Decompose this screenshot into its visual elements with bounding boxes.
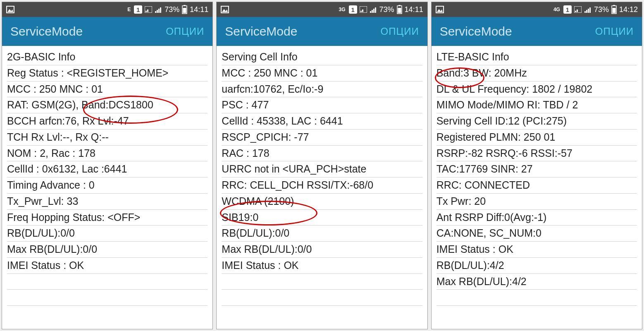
info-row: Band:3 BW: 20MHz xyxy=(436,65,637,82)
network-type: 4G xyxy=(553,7,560,12)
battery-icon xyxy=(397,5,402,14)
options-button[interactable]: ОПЦИИ xyxy=(380,26,419,37)
app-title: ServiceMode xyxy=(10,24,83,38)
info-row: Reg Status : <REGISTER_HOME> xyxy=(7,65,208,82)
clock: 14:11 xyxy=(405,5,423,14)
info-row: Max RB(DL/UL):4/2 xyxy=(436,274,637,290)
info-list: Serving Cell Info MCC : 250 MNC : 01 uar… xyxy=(217,46,427,329)
statusbar: 3G 1 73% 14:11 xyxy=(217,2,427,17)
titlebar: ServiceMode ОПЦИИ xyxy=(2,17,212,46)
info-row: BCCH arfcn:76, Rx Lvl:-47 xyxy=(7,113,208,130)
info-row: Serving Cell ID:12 (PCI:275) xyxy=(436,113,637,130)
svg-rect-35 xyxy=(612,8,615,13)
svg-rect-7 xyxy=(158,9,160,13)
info-row: MCC : 250 MNC : 01 xyxy=(222,65,422,82)
info-row: PSC : 477 xyxy=(222,97,422,113)
options-button[interactable]: ОПЦИИ xyxy=(166,26,204,37)
info-row: RAC : 178 xyxy=(222,146,422,162)
svg-rect-28 xyxy=(577,10,578,12)
info-row: RB(DL/UL):4/2 xyxy=(436,258,637,274)
clock: 14:11 xyxy=(190,5,208,14)
svg-rect-6 xyxy=(157,10,158,13)
info-row: RB(DL/UL):0/0 xyxy=(222,225,422,242)
image-icon xyxy=(6,6,14,13)
svg-rect-30 xyxy=(586,10,587,13)
battery-icon xyxy=(182,5,187,14)
info-row: Tx_Pwr_Lvl: 33 xyxy=(7,194,208,210)
battery-icon xyxy=(611,5,617,14)
svg-rect-20 xyxy=(375,7,376,13)
sim-indicator: 1 xyxy=(349,5,357,14)
info-list: LTE-BASIC Info Band:3 BW: 20MHz DL & UL … xyxy=(432,46,642,329)
signal-icon-2 xyxy=(370,6,377,13)
svg-rect-32 xyxy=(589,7,591,13)
svg-rect-17 xyxy=(370,11,371,13)
info-row: 2G-BASIC Info xyxy=(7,49,208,65)
info-list: 2G-BASIC Info Reg Status : <REGISTER_HOM… xyxy=(2,46,212,329)
info-row: IMEI Status : OK xyxy=(436,242,637,258)
statusbar: 4G 1 73% 14:12 xyxy=(432,2,642,17)
svg-rect-27 xyxy=(575,11,576,12)
info-row xyxy=(222,290,422,306)
battery-percent: 73% xyxy=(379,5,394,14)
svg-rect-18 xyxy=(372,10,373,13)
info-row: uarfcn:10762, Ec/Io:-9 xyxy=(222,82,422,98)
signal-icon-2 xyxy=(584,6,592,13)
info-row: MCC : 250 MNC : 01 xyxy=(7,82,208,98)
battery-percent: 73% xyxy=(594,5,609,14)
svg-rect-3 xyxy=(145,11,147,12)
titlebar: ServiceMode ОПЦИИ xyxy=(217,17,427,46)
info-row: TAC:17769 SINR: 27 xyxy=(436,161,637,177)
svg-rect-5 xyxy=(155,11,156,13)
info-row: RRC: CONNECTED xyxy=(436,177,637,194)
statusbar: E 1 73% 14:11 xyxy=(2,2,212,17)
screen-4g: 4G 1 73% 14:12 ServiceMode ОПЦИИ LTE-BAS… xyxy=(431,2,642,329)
info-row xyxy=(7,290,208,306)
battery-percent: 73% xyxy=(165,5,179,14)
svg-rect-31 xyxy=(588,9,589,13)
info-row: TCH Rx Lvl:--, Rx Q:-- xyxy=(7,130,208,146)
info-row: LTE-BASIC Info xyxy=(436,49,637,65)
screen-2g: E 1 73% 14:11 ServiceMode ОПЦИИ 2G-BASIC… xyxy=(2,2,213,329)
info-row: URRC not in <URA_PCH>state xyxy=(222,161,422,177)
svg-rect-15 xyxy=(360,11,362,12)
info-row xyxy=(222,274,422,290)
signal-icon-1 xyxy=(574,6,582,13)
svg-rect-23 xyxy=(398,8,401,13)
info-row: RSCP_CPICH: -77 xyxy=(222,130,422,146)
network-type: E xyxy=(127,7,131,12)
info-row: NOM : 2, Rac : 178 xyxy=(7,146,208,162)
info-row: DL & UL Frequency: 1802 / 19802 xyxy=(436,82,637,98)
info-row: Ant RSRP Diff:0(Avg:-1) xyxy=(436,210,637,226)
info-row: CellId : 45338, LAC : 6441 xyxy=(222,113,422,130)
info-row xyxy=(436,290,637,306)
network-type: 3G xyxy=(339,7,346,12)
info-row xyxy=(7,274,208,290)
info-row: Freq Hopping Status: <OFF> xyxy=(7,210,208,226)
svg-marker-13 xyxy=(222,9,228,12)
svg-marker-25 xyxy=(437,9,443,12)
sim-indicator: 1 xyxy=(134,5,142,14)
info-row: RRC: CELL_DCH RSSI/TX:-68/0 xyxy=(222,177,422,194)
sim-indicator: 1 xyxy=(563,5,572,14)
options-button[interactable]: ОПЦИИ xyxy=(595,26,634,37)
svg-rect-19 xyxy=(373,9,374,13)
signal-icon-1 xyxy=(360,6,367,13)
titlebar: ServiceMode ОПЦИИ xyxy=(432,17,642,46)
svg-rect-8 xyxy=(160,7,161,13)
info-row: Serving Cell Info xyxy=(222,49,422,65)
image-icon xyxy=(436,6,444,13)
app-title: ServiceMode xyxy=(440,24,512,38)
info-row: RB(DL/UL):0/0 xyxy=(7,225,208,242)
info-row: RSRP:-82 RSRQ:-6 RSSI:-57 xyxy=(436,146,637,162)
svg-rect-4 xyxy=(147,10,148,12)
svg-rect-11 xyxy=(183,8,186,13)
app-title: ServiceMode xyxy=(225,24,297,38)
info-row: Registered PLMN: 250 01 xyxy=(436,130,637,146)
info-row: WCDMA (2100) xyxy=(222,194,422,210)
info-row: SIB19:0 xyxy=(222,210,422,226)
info-row: Tx Pwr: 20 xyxy=(436,194,637,210)
info-row: Timing Advance : 0 xyxy=(7,177,208,194)
info-row: Max RB(DL/UL):0/0 xyxy=(222,242,422,258)
svg-rect-29 xyxy=(584,11,586,13)
